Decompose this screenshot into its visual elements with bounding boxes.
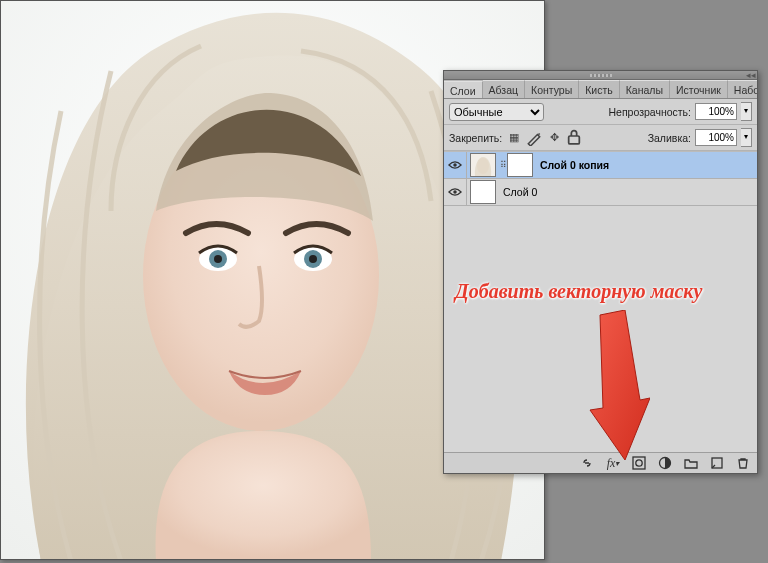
visibility-toggle[interactable] [444,179,467,205]
svg-rect-13 [471,181,495,203]
svg-point-12 [453,190,457,194]
lock-label: Закрепить: [449,132,502,144]
delete-layer-button[interactable] [735,455,751,471]
opacity-input[interactable]: 100% [695,103,737,120]
svg-rect-14 [633,457,645,469]
lock-transparency-icon[interactable]: ▦ [506,130,522,146]
tab-paragraph[interactable]: Абзац [483,80,525,99]
tab-channels[interactable]: Каналы [620,80,670,99]
tab-label: Каналы [626,84,663,96]
new-layer-button[interactable] [709,455,725,471]
layer-style-button[interactable]: fx▾ [605,455,621,471]
adjustment-layer-button[interactable] [657,455,673,471]
tab-label: Кисть [585,84,613,96]
link-layers-button[interactable] [579,455,595,471]
collapse-icon[interactable]: ◂◂ [746,72,754,78]
layer-thumbnail[interactable] [470,153,496,177]
tab-label: Источник [676,84,721,96]
tab-label: Слои [450,85,476,97]
tab-label: Абзац [489,84,518,96]
layer-name[interactable]: Слой 0 копия [536,159,609,171]
add-mask-button[interactable] [631,455,647,471]
tab-layers[interactable]: Слои [444,81,483,99]
mask-link-icon[interactable]: ⠿ [499,160,507,170]
opacity-dropdown-icon[interactable]: ▾ [741,102,752,121]
layer-row[interactable]: ⠿ Слой 0 копия [444,152,757,179]
svg-point-9 [453,163,457,167]
lock-position-icon[interactable]: ✥ [546,130,562,146]
panel-tabs: Слои Абзац Контуры Кисть Каналы Источник… [444,80,757,99]
lock-pixels-icon[interactable] [526,130,542,146]
tab-paths[interactable]: Контуры [525,80,579,99]
panel-titlebar[interactable]: ◂◂ [444,71,757,80]
fill-input[interactable]: 100% [695,129,737,146]
tab-brush[interactable]: Кисть [579,80,620,99]
tab-source[interactable]: Источник [670,80,728,99]
blend-row: Обычные Непрозрачность: 100% ▾ [444,99,757,125]
annotation-text: Добавить векторную маску [455,280,702,303]
lock-all-icon[interactable] [566,130,582,146]
layer-row[interactable]: Слой 0 [444,179,757,206]
svg-point-15 [636,460,642,466]
tab-presets[interactable]: Наборы ки [728,80,757,99]
blend-mode-select[interactable]: Обычные [449,103,544,121]
layer-name[interactable]: Слой 0 [499,186,537,198]
visibility-toggle[interactable] [444,152,467,178]
new-group-button[interactable] [683,455,699,471]
tab-label: Наборы ки [734,84,757,96]
svg-rect-8 [569,136,580,144]
layer-thumbnail[interactable] [470,180,496,204]
panel-footer: fx▾ [444,452,757,473]
tab-label: Контуры [531,84,572,96]
opacity-label: Непрозрачность: [609,106,692,118]
fill-dropdown-icon[interactable]: ▾ [741,128,752,147]
layer-mask-thumbnail[interactable] [507,153,533,177]
layers-panel: ◂◂ Слои Абзац Контуры Кисть Каналы Источ… [443,70,758,474]
svg-point-6 [214,255,222,263]
lock-row: Закрепить: ▦ ✥ Заливка: 100% ▾ [444,125,757,151]
fill-label: Заливка: [648,132,691,144]
svg-point-7 [309,255,317,263]
